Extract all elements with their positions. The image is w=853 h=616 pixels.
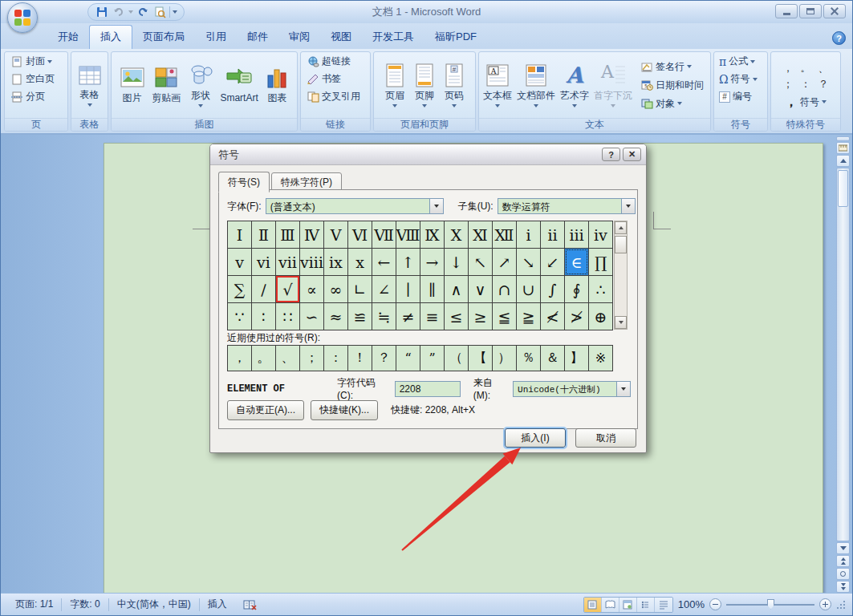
group-label-table[interactable]: 表格 (71, 118, 108, 131)
signature-line-button[interactable]: 签名行 (639, 59, 705, 75)
symbol-cell[interactable]: ↗ (493, 249, 516, 275)
symbol-cell[interactable]: ； (300, 346, 323, 371)
web-layout-view-button[interactable] (619, 598, 637, 612)
font-dropdown-button[interactable] (429, 199, 443, 213)
symbol-cell[interactable]: ⅷ (300, 249, 323, 275)
symbol-cell[interactable]: ： (324, 346, 347, 371)
group-label-text[interactable]: 文本 (479, 118, 710, 131)
symbol-cell[interactable]: ⅴ (228, 249, 251, 275)
symbol-cell[interactable]: ∠ (372, 276, 396, 302)
group-label-symbols[interactable]: 符号 (714, 118, 767, 131)
cover-page-button[interactable]: 封面 (9, 54, 54, 69)
close-button[interactable] (823, 4, 846, 18)
split-handle[interactable] (836, 136, 850, 141)
symbol-cell[interactable]: ⅸ (324, 249, 347, 275)
symbol-cell[interactable]: ∏ (589, 249, 612, 275)
special-char-button[interactable]: ， (779, 60, 797, 76)
symbol-cell[interactable]: ∥ (420, 276, 444, 302)
symbol-cell[interactable]: ⅹ (348, 249, 372, 275)
clipart-button[interactable]: 剪贴画 (150, 63, 182, 107)
symbol-cell[interactable]: ∨ (469, 276, 492, 302)
symbol-cell[interactable]: ↓ (445, 249, 468, 275)
special-char-button[interactable]: ？ (814, 76, 832, 92)
symbol-cell[interactable]: ⅲ (565, 221, 588, 248)
print-layout-view-button[interactable] (584, 598, 602, 612)
blank-page-button[interactable]: 空白页 (9, 71, 56, 87)
symbol-cell[interactable]: ∕ (252, 276, 275, 302)
symbol-cell[interactable]: ∟ (348, 276, 372, 302)
previous-page-button[interactable] (836, 555, 850, 567)
group-label-header-footer[interactable]: 页眉和页脚 (374, 118, 475, 131)
zoom-in-button[interactable] (819, 598, 831, 610)
symbol-cell[interactable]: Ⅳ (300, 221, 323, 248)
tab-home[interactable]: 开始 (47, 26, 89, 49)
ruler-toggle-button[interactable] (836, 142, 850, 154)
symbol-button[interactable]: Ω 符号 (717, 71, 759, 87)
special-char-button[interactable]: ； (779, 76, 797, 92)
font-combobox[interactable]: (普通文本) (266, 198, 444, 214)
symbol-cell[interactable]: ∑ (228, 276, 251, 302)
insert-button[interactable]: 插入(I) (505, 428, 566, 448)
help-button[interactable]: ? (832, 31, 846, 45)
redo-icon[interactable] (136, 5, 150, 19)
symbol-cell[interactable]: “ (396, 346, 420, 371)
symbol-cell[interactable]: ∶ (252, 303, 275, 330)
page-break-button[interactable]: 分页 (9, 89, 47, 104)
symbol-cell[interactable]: ⊕ (589, 303, 612, 330)
hyperlink-button[interactable]: 超链接 (305, 54, 352, 69)
table-button[interactable]: 表格 (76, 62, 104, 109)
object-button[interactable]: 对象 (639, 96, 705, 111)
symbol-cell[interactable]: Ⅻ (493, 221, 516, 248)
symbol-cell[interactable]: ⅰ (517, 221, 540, 248)
character-code-input[interactable] (395, 381, 461, 397)
symbol-cell[interactable]: √ (276, 276, 299, 302)
group-label-special-symbols[interactable]: 特殊符号 (771, 118, 840, 131)
shapes-button[interactable]: 形状 (186, 61, 215, 110)
full-screen-reading-view-button[interactable] (602, 598, 619, 612)
symbol-cell[interactable]: ⅵ (252, 249, 275, 275)
tab-mailings[interactable]: 邮件 (237, 26, 278, 49)
symbol-cell[interactable]: ∪ (517, 276, 540, 302)
proofing-status-button[interactable] (235, 598, 265, 612)
scrollbar-track[interactable] (836, 168, 850, 541)
symbol-cell[interactable]: ） (493, 346, 516, 371)
grid-scrollbar-track[interactable] (615, 234, 627, 316)
group-label-links[interactable]: 链接 (301, 118, 370, 131)
save-icon[interactable] (95, 5, 109, 19)
special-char-button[interactable]: ： (797, 76, 814, 92)
symbol-cell[interactable]: ” (420, 346, 444, 371)
undo-icon[interactable] (112, 5, 126, 19)
symbol-cell[interactable]: 。 (252, 346, 275, 371)
wordart-button[interactable]: A 艺术字 (559, 61, 591, 110)
symbol-cell[interactable]: ？ (372, 346, 396, 371)
group-label-illustrations[interactable]: 插图 (112, 118, 297, 131)
symbol-cell[interactable]: Ⅰ (228, 221, 251, 248)
bookmark-button[interactable]: 书签 (305, 71, 343, 87)
symbol-cell[interactable]: ↑ (396, 249, 420, 275)
office-button[interactable] (7, 2, 38, 33)
grid-scroll-up-button[interactable] (615, 221, 627, 234)
tab-developer[interactable]: 开发工具 (362, 26, 424, 49)
print-preview-icon[interactable] (152, 5, 167, 19)
symbol-cell[interactable]: ∵ (228, 303, 251, 330)
symbol-cell[interactable]: Ⅺ (469, 221, 492, 248)
symbol-cell[interactable]: Ⅵ (348, 221, 372, 248)
autocorrect-button[interactable]: 自动更正(A)... (227, 400, 304, 420)
smartart-button[interactable]: SmartArt (218, 64, 259, 106)
equation-button[interactable]: π 公式 (717, 54, 757, 69)
tab-references[interactable]: 引用 (195, 26, 237, 49)
symbol-cell[interactable]: ≌ (348, 303, 372, 330)
symbol-cell[interactable]: ↖ (469, 249, 492, 275)
tab-insert[interactable]: 插入 (89, 25, 132, 49)
symbol-cell[interactable]: ∞ (324, 276, 347, 302)
zoom-slider[interactable] (726, 604, 814, 606)
subset-combobox[interactable]: 数学运算符 (498, 198, 636, 214)
symbol-cell[interactable]: ※ (589, 346, 612, 371)
draft-view-button[interactable] (655, 598, 672, 612)
minimize-button[interactable] (775, 4, 798, 18)
scroll-down-button[interactable] (836, 542, 850, 554)
special-char-button[interactable]: 、 (814, 60, 832, 76)
text-box-button[interactable]: A 文本框 (481, 61, 514, 110)
tab-foxit-pdf[interactable]: 福昕PDF (424, 26, 487, 49)
symbol-cell[interactable]: ∽ (300, 303, 323, 330)
